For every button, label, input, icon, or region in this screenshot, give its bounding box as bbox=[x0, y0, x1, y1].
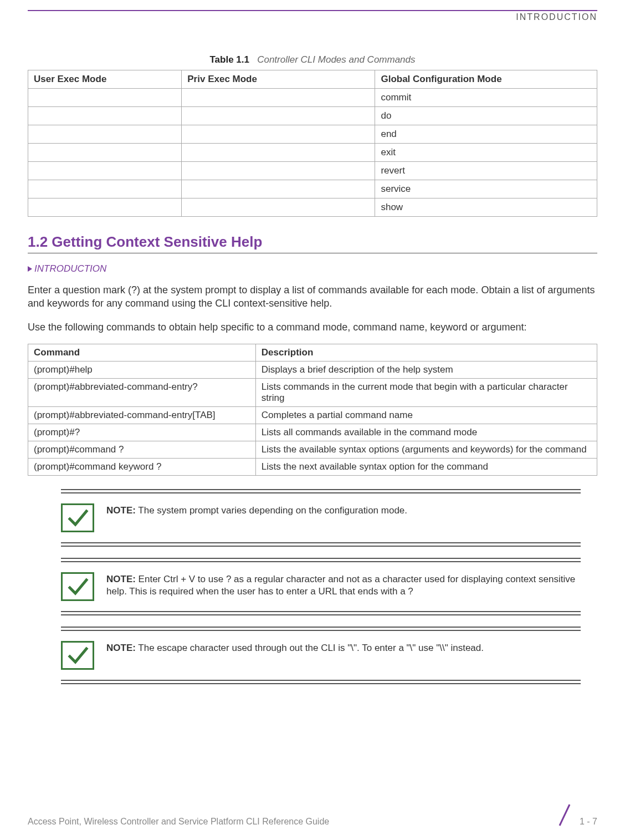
table-row: service bbox=[28, 180, 597, 198]
note-block: NOTE: The escape character used through … bbox=[61, 627, 581, 684]
table-row: revert bbox=[28, 162, 597, 180]
note-block: NOTE: The system prompt varies depending… bbox=[61, 489, 581, 547]
table1-cell bbox=[182, 144, 375, 162]
table1-header-cell: Priv Exec Mode bbox=[182, 70, 375, 89]
table-row: (prompt)#abbreviated-command-entry?Lists… bbox=[28, 378, 597, 406]
table-row: (prompt)#helpDisplays a brief descriptio… bbox=[28, 361, 597, 378]
note-rule-bottom bbox=[61, 680, 581, 681]
note-rule-bottom bbox=[61, 611, 581, 612]
table2-header-cell: Command bbox=[28, 344, 256, 361]
table1-header-cell: User Exec Mode bbox=[28, 70, 182, 89]
table-row: (prompt)#?Lists all commands available i… bbox=[28, 424, 597, 441]
table2-cell: Lists all commands available in the comm… bbox=[255, 424, 597, 441]
table2-cell: (prompt)#abbreviated-command-entry? bbox=[28, 378, 256, 406]
note-rule-bottom2 bbox=[61, 614, 581, 615]
table1-cell: commit bbox=[375, 89, 597, 107]
table2-cell: (prompt)#? bbox=[28, 424, 256, 441]
note-text: NOTE: The system prompt varies depending… bbox=[106, 503, 407, 517]
arrow-right-icon bbox=[28, 266, 32, 272]
table1-cell bbox=[28, 144, 182, 162]
table1-cell bbox=[28, 125, 182, 144]
table-row: (prompt)#abbreviated-command-entry[TAB]C… bbox=[28, 406, 597, 424]
table1-cell bbox=[28, 107, 182, 125]
checkmark-icon bbox=[61, 641, 94, 670]
svg-line-0 bbox=[560, 805, 570, 826]
table1-header-cell: Global Configuration Mode bbox=[375, 70, 597, 89]
table1-cell: service bbox=[375, 180, 597, 198]
table1-caption: Table 1.1 Controller CLI Modes and Comma… bbox=[28, 54, 597, 65]
checkmark-icon bbox=[61, 503, 94, 532]
page-header-section: INTRODUCTION bbox=[28, 10, 597, 22]
breadcrumb[interactable]: INTRODUCTION bbox=[28, 263, 597, 274]
note-rule-bottom bbox=[61, 542, 581, 543]
note-text: NOTE: The escape character used through … bbox=[106, 641, 484, 654]
table1-cell bbox=[28, 162, 182, 180]
table-row: show bbox=[28, 198, 597, 217]
table2-cell: (prompt)#abbreviated-command-entry[TAB] bbox=[28, 406, 256, 424]
table2-cell: (prompt)#command ? bbox=[28, 441, 256, 458]
page-number: 1 - 7 bbox=[580, 817, 597, 827]
table2-cell: (prompt)#command keyword ? bbox=[28, 458, 256, 475]
table-row: (prompt)#command ?Lists the available sy… bbox=[28, 441, 597, 458]
table1-cell: end bbox=[375, 125, 597, 144]
table1-cell bbox=[182, 198, 375, 217]
table1-cell: exit bbox=[375, 144, 597, 162]
note-rule-top bbox=[61, 627, 581, 628]
table2-cell: Displays a brief description of the help… bbox=[255, 361, 597, 378]
table1-cell: do bbox=[375, 107, 597, 125]
table1-cell bbox=[28, 198, 182, 217]
table2-cell: Lists the next available syntax option f… bbox=[255, 458, 597, 475]
section-title: 1.2 Getting Context Sensitive Help bbox=[28, 233, 597, 251]
table-row: end bbox=[28, 125, 597, 144]
table2-header-cell: Description bbox=[255, 344, 597, 361]
page-footer: Access Point, Wireless Controller and Se… bbox=[28, 803, 597, 827]
note-rule-top2 bbox=[61, 492, 581, 493]
breadcrumb-text: INTRODUCTION bbox=[34, 263, 106, 274]
table2-cell: Lists the available syntax options (argu… bbox=[255, 441, 597, 458]
table2-cell: (prompt)#help bbox=[28, 361, 256, 378]
checkmark-icon bbox=[61, 572, 94, 601]
note-block: NOTE: Enter Ctrl + V to use ? as a regul… bbox=[61, 558, 581, 615]
table1-cell bbox=[182, 180, 375, 198]
table1-number: Table 1.1 bbox=[209, 54, 249, 65]
note-rule-top2 bbox=[61, 561, 581, 562]
note-rule-bottom2 bbox=[61, 546, 581, 547]
table1-cell: revert bbox=[375, 162, 597, 180]
table1-cell bbox=[182, 107, 375, 125]
paragraph-intro: Enter a question mark (?) at the system … bbox=[28, 283, 597, 310]
table1-cell bbox=[182, 125, 375, 144]
table1-title: Controller CLI Modes and Commands bbox=[257, 54, 415, 65]
note-rule-top2 bbox=[61, 630, 581, 631]
table1-cell: show bbox=[375, 198, 597, 217]
footer-slash-icon bbox=[556, 803, 573, 827]
section-rule bbox=[28, 253, 597, 253]
note-text: NOTE: Enter Ctrl + V to use ? as a regul… bbox=[106, 572, 581, 598]
table1-cell bbox=[182, 89, 375, 107]
footer-guide-title: Access Point, Wireless Controller and Se… bbox=[28, 817, 329, 827]
table-row: do bbox=[28, 107, 597, 125]
table-row: commit bbox=[28, 89, 597, 107]
table1-cell bbox=[28, 89, 182, 107]
table2-cell: Completes a partial command name bbox=[255, 406, 597, 424]
table2-cell: Lists commands in the current mode that … bbox=[255, 378, 597, 406]
table-modes: User Exec ModePriv Exec ModeGlobal Confi… bbox=[28, 70, 597, 217]
note-rule-top bbox=[61, 489, 581, 490]
note-rule-bottom2 bbox=[61, 683, 581, 684]
table1-cell bbox=[182, 162, 375, 180]
table-help: CommandDescription (prompt)#helpDisplays… bbox=[28, 344, 597, 476]
table1-cell bbox=[28, 180, 182, 198]
table-row: (prompt)#command keyword ?Lists the next… bbox=[28, 458, 597, 475]
paragraph-usage: Use the following commands to obtain hel… bbox=[28, 320, 597, 334]
table-row: exit bbox=[28, 144, 597, 162]
note-rule-top bbox=[61, 558, 581, 559]
